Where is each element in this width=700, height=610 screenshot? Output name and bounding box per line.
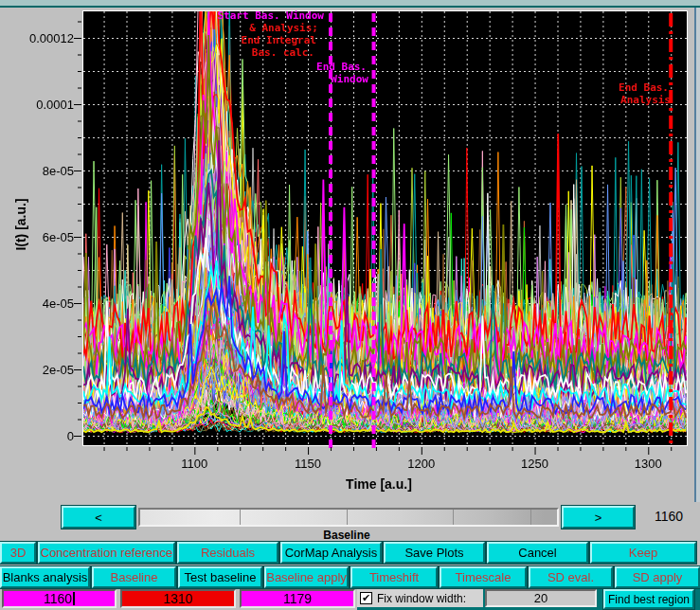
baseline-apply-button[interactable]: Baseline apply	[264, 566, 349, 588]
y-tick-label: 0.00012	[17, 31, 74, 45]
sd-eval-button[interactable]: SD eval.	[529, 566, 613, 588]
plot-annotation: Analysis	[620, 94, 671, 106]
baseline-end-value: 1310	[163, 591, 192, 606]
baseline-start-value: 1160	[44, 591, 72, 606]
x-tick-label: 1200	[393, 457, 450, 471]
scroll-right-button[interactable]: >	[562, 506, 635, 529]
y-tick-label: 0.0001	[17, 98, 74, 112]
scroll-trough[interactable]	[138, 508, 559, 527]
cormap-analysis-button[interactable]: CorMap Analysis	[280, 542, 382, 564]
find-best-region-button[interactable]: Find best region	[603, 589, 694, 609]
trough-separator	[453, 510, 454, 525]
y-tick-label: 2e-05	[17, 363, 74, 377]
plot-annotation: Window	[331, 73, 368, 85]
window-width-value: 20	[534, 591, 547, 605]
concentration-reference-button[interactable]: Concentration reference	[38, 542, 175, 564]
text-cursor	[73, 592, 75, 605]
scrollbar-value: 1160	[644, 509, 693, 524]
trough-separator	[347, 510, 348, 525]
y-axis-label: I(t) [a.u.]	[13, 177, 28, 272]
window-right-edge	[694, 8, 700, 502]
plot-annotation: End Bas.	[619, 81, 669, 94]
baseline-end-input[interactable]: 1310	[120, 589, 236, 608]
fix-width-panel-background: ✔ Fix window width: 20 Find best region	[357, 589, 700, 610]
baseline-window-input[interactable]: 1179	[240, 589, 355, 608]
y-tick-label: 4e-05	[17, 296, 74, 311]
cancel-button[interactable]: Cancel	[487, 542, 588, 564]
window-width-input[interactable]: 20	[485, 589, 597, 607]
baseline-window-value: 1179	[283, 591, 312, 606]
plot-annotation: & Analysis;	[249, 22, 318, 34]
y-tick-label: 0	[17, 429, 74, 443]
toolbar-row-1: 3D Concentration reference Residuals Cor…	[0, 542, 700, 564]
y-tick-label: 6e-05	[17, 230, 74, 244]
trough-separator	[530, 510, 531, 525]
3d-button[interactable]: 3D	[0, 542, 36, 564]
x-axis-label: Time [a.u.]	[313, 476, 445, 492]
timeshift-button[interactable]: Timeshift	[350, 566, 438, 588]
plot-annotation: End Integral	[242, 34, 316, 46]
keep-button[interactable]: Keep	[590, 542, 696, 564]
plot-annotation: End Bas.	[316, 61, 367, 73]
trough-separator	[240, 510, 241, 525]
fix-window-width-label: Fix window width:	[377, 592, 466, 605]
x-tick-label: 1300	[619, 457, 676, 471]
fix-width-panel: ✔ Fix window width:	[357, 589, 483, 607]
scroll-left-button[interactable]: <	[62, 506, 135, 529]
y-tick-label: 8e-05	[17, 164, 74, 178]
toolbar-row-2: Blanks analysis Baseline Test baseline B…	[0, 566, 700, 588]
x-tick-label: 1100	[166, 457, 223, 471]
fix-window-width-checkbox[interactable]: ✔	[360, 592, 372, 604]
plot-annotation: Start Bas. Window	[217, 9, 324, 22]
test-baseline-button[interactable]: Test baseline	[178, 566, 262, 588]
chromatogram-plot: I(t) [a.u.] Time [a.u.] 02e-054e-056e-05…	[0, 0, 700, 502]
baseline-button[interactable]: Baseline	[92, 566, 176, 588]
x-tick-label: 1150	[279, 457, 336, 471]
baseline-start-input[interactable]: 1160	[2, 589, 117, 608]
residuals-button[interactable]: Residuals	[177, 542, 278, 564]
save-plots-button[interactable]: Save Plots	[384, 542, 485, 564]
bottom-input-row: 1160 1310 1179 ✔ Fix window width: 20 Fi…	[0, 589, 700, 610]
window-top-edge	[0, 0, 700, 8]
plot-annotation: Bas. calc.	[252, 46, 314, 59]
baseline-scrollbar: < > 1160	[0, 505, 700, 529]
blanks-analysis-button[interactable]: Blanks analysis	[0, 566, 90, 588]
scrollbar-caption: Baseline	[0, 529, 693, 542]
baseline-analysis-window: { "window": { "top_strip_color": "#a6c6c…	[0, 0, 700, 610]
timescale-button[interactable]: Timescale	[440, 566, 527, 588]
sd-apply-button[interactable]: SD apply	[615, 566, 700, 588]
x-tick-label: 1250	[507, 457, 564, 471]
